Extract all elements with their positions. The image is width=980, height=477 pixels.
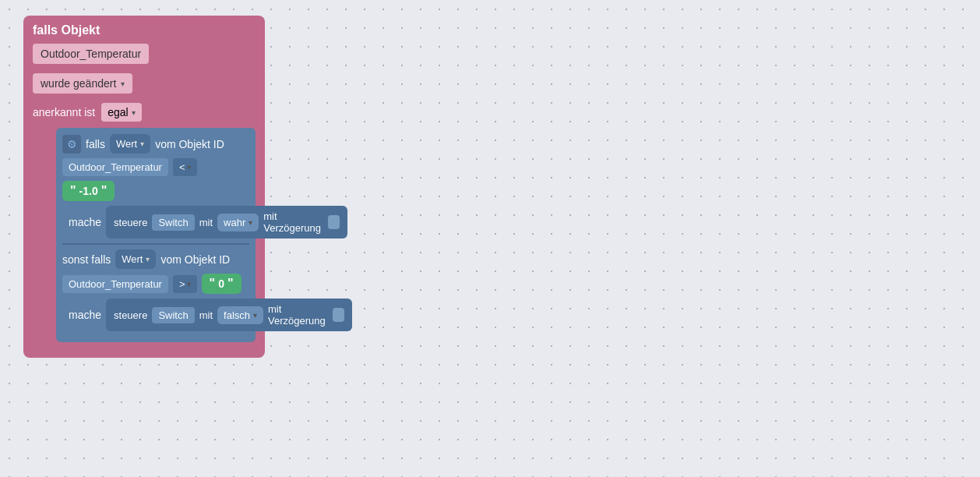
wert-label-2: Wert — [122, 253, 143, 265]
mit-verzoegerung2-label: mit Verzögerung — [268, 303, 328, 327]
steuere-label-1: steuere — [114, 217, 147, 228]
falls-condition-row: ⚙ falls Wert ▾ vom Objekt ID Outdoor_Tem… — [62, 134, 249, 201]
wahr-arrow-icon: ▾ — [249, 218, 252, 227]
value2-text[interactable]: 0 — [218, 277, 224, 290]
wert-label: Wert — [116, 138, 137, 150]
quote-open-1: " — [70, 184, 76, 198]
falsch-label: falsch — [224, 309, 250, 321]
trigger-arrow-icon: ▾ — [121, 80, 125, 88]
value1-text[interactable]: -1.0 — [79, 185, 98, 197]
operator2-arrow-icon: ▾ — [187, 280, 191, 288]
operator1-arrow-icon: ▾ — [187, 163, 191, 171]
egal-dropdown[interactable]: egal ▾ — [101, 103, 141, 122]
trigger-label: wurde geändert — [41, 77, 116, 90]
falsch-dropdown[interactable]: falsch ▾ — [217, 306, 263, 324]
egal-label: egal — [108, 106, 128, 118]
vom-objekt-id-label-2: vom Objekt ID — [160, 253, 230, 266]
steuere-block-1: steuere Switch mit wahr ▾ mit Verzögerun… — [106, 206, 347, 238]
wert-arrow-icon-2: ▾ — [146, 255, 150, 263]
anerkannt-row: anerkannt ist egal ▾ — [33, 103, 256, 122]
switch2-tag[interactable]: Switch — [152, 307, 194, 323]
wahr-dropdown[interactable]: wahr ▾ — [217, 214, 259, 231]
vom-objekt-id-label: vom Objekt ID — [155, 138, 224, 150]
switch1-tag[interactable]: Switch — [152, 214, 194, 231]
section-divider — [62, 243, 249, 245]
mache-row-1: mache steuere Switch mit wahr ▾ mit Verz… — [62, 206, 249, 238]
mache-row-2: mache steuere Switch mit falsch ▾ mit Ve… — [62, 299, 249, 331]
operator2-label: > — [179, 278, 185, 290]
sonst-falls-condition-row: sonst falls Wert ▾ vom Objekt ID Outdoor… — [62, 249, 249, 294]
mit2-label: mit — [199, 309, 213, 321]
mit-verzoegerung1-label: mit Verzögerung — [263, 210, 323, 234]
inner-block: ⚙ falls Wert ▾ vom Objekt ID Outdoor_Tem… — [56, 128, 256, 342]
egal-arrow-icon: ▾ — [132, 108, 136, 117]
object-id-field-2[interactable]: Outdoor_Temperatur — [62, 275, 168, 293]
quote-close-1: " — [101, 184, 108, 198]
gear-icon[interactable]: ⚙ — [62, 135, 81, 154]
value2-block: " 0 " — [202, 274, 241, 294]
mache1-label: mache — [69, 216, 101, 228]
object-id-field[interactable]: Outdoor_Temperatur — [62, 158, 168, 176]
sonst-falls-label: sonst falls — [62, 253, 111, 266]
wahr-label: wahr — [224, 217, 245, 228]
quote-close-2: " — [227, 277, 234, 291]
quote-open-2: " — [210, 277, 216, 291]
mit1-label: mit — [199, 217, 213, 228]
delay-box-2[interactable] — [333, 308, 344, 322]
trigger-dropdown[interactable]: wurde geändert ▾ — [33, 73, 132, 94]
value1-block: " -1.0 " — [62, 181, 115, 201]
outer-block: falls Objekt Outdoor_Temperatur wurde ge… — [23, 16, 265, 358]
wert-dropdown-2[interactable]: Wert ▾ — [115, 249, 156, 269]
wert-arrow-icon: ▾ — [140, 140, 144, 148]
falls-label: falls — [86, 138, 105, 150]
operator1-label: < — [179, 161, 185, 173]
steuere-label-2: steuere — [114, 309, 147, 321]
anerkannt-label: anerkannt ist — [33, 106, 95, 118]
mache2-label: mache — [69, 309, 101, 321]
steuere-block-2: steuere Switch mit falsch ▾ mit Verzöger… — [106, 299, 352, 331]
outer-title: falls Objekt — [33, 23, 256, 37]
wert-dropdown[interactable]: Wert ▾ — [110, 134, 150, 154]
operator2-dropdown[interactable]: > ▾ — [173, 275, 197, 293]
object-name-field[interactable]: Outdoor_Temperatur — [33, 44, 149, 64]
falsch-arrow-icon: ▾ — [253, 311, 257, 320]
delay-box-1[interactable] — [328, 215, 340, 229]
operator1-dropdown[interactable]: < ▾ — [173, 158, 197, 176]
